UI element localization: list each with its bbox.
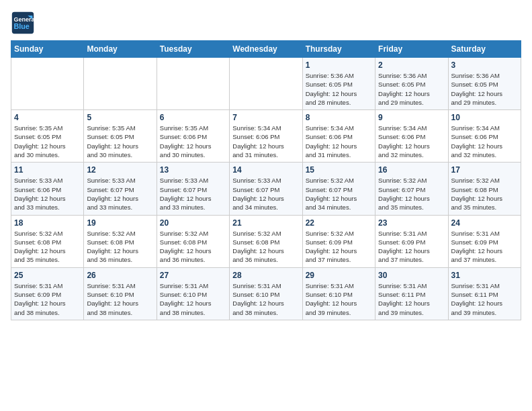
calendar-week-2: 4Sunrise: 5:35 AM Sunset: 6:05 PM Daylig… (11, 110, 521, 163)
day-number: 28 (232, 271, 299, 280)
day-info: Sunrise: 5:32 AM Sunset: 6:07 PM Dayligh… (306, 176, 372, 212)
calendar-cell: 26Sunrise: 5:31 AM Sunset: 6:10 PM Dayli… (84, 267, 157, 320)
day-info: Sunrise: 5:32 AM Sunset: 6:08 PM Dayligh… (14, 229, 81, 265)
calendar-cell: 8Sunrise: 5:34 AM Sunset: 6:06 PM Daylig… (302, 110, 375, 163)
day-number: 18 (14, 218, 81, 228)
day-number: 2 (378, 60, 445, 70)
day-number: 27 (160, 271, 226, 280)
day-info: Sunrise: 5:36 AM Sunset: 6:05 PM Dayligh… (306, 71, 372, 107)
day-number: 24 (451, 218, 518, 228)
calendar-cell: 30Sunrise: 5:31 AM Sunset: 6:11 PM Dayli… (375, 267, 448, 320)
day-number: 21 (232, 218, 299, 228)
calendar-cell: 16Sunrise: 5:32 AM Sunset: 6:07 PM Dayli… (375, 163, 448, 215)
calendar-week-4: 18Sunrise: 5:32 AM Sunset: 6:08 PM Dayli… (11, 215, 521, 267)
day-info: Sunrise: 5:31 AM Sunset: 6:09 PM Dayligh… (451, 229, 518, 265)
calendar-cell: 27Sunrise: 5:31 AM Sunset: 6:10 PM Dayli… (157, 267, 229, 320)
calendar-cell: 18Sunrise: 5:32 AM Sunset: 6:08 PM Dayli… (11, 215, 84, 267)
day-number: 22 (306, 218, 372, 228)
calendar-cell: 1Sunrise: 5:36 AM Sunset: 6:05 PM Daylig… (302, 58, 375, 110)
day-info: Sunrise: 5:31 AM Sunset: 6:09 PM Dayligh… (378, 229, 445, 265)
calendar-cell: 21Sunrise: 5:32 AM Sunset: 6:08 PM Dayli… (230, 215, 302, 267)
day-info: Sunrise: 5:33 AM Sunset: 6:07 PM Dayligh… (160, 176, 226, 212)
day-info: Sunrise: 5:35 AM Sunset: 6:05 PM Dayligh… (14, 124, 81, 159)
day-number: 6 (160, 113, 226, 122)
day-info: Sunrise: 5:35 AM Sunset: 6:06 PM Dayligh… (160, 124, 226, 159)
day-info: Sunrise: 5:31 AM Sunset: 6:11 PM Dayligh… (378, 281, 445, 317)
calendar-cell: 12Sunrise: 5:33 AM Sunset: 6:07 PM Dayli… (84, 163, 157, 215)
calendar-cell: 25Sunrise: 5:31 AM Sunset: 6:09 PM Dayli… (11, 267, 84, 320)
day-info: Sunrise: 5:34 AM Sunset: 6:06 PM Dayligh… (232, 124, 299, 159)
calendar-cell: 11Sunrise: 5:33 AM Sunset: 6:06 PM Dayli… (11, 163, 84, 215)
day-info: Sunrise: 5:32 AM Sunset: 6:08 PM Dayligh… (160, 229, 226, 265)
weekday-header-saturday: Saturday (448, 41, 521, 58)
day-info: Sunrise: 5:32 AM Sunset: 6:08 PM Dayligh… (451, 176, 518, 212)
calendar-week-1: 1Sunrise: 5:36 AM Sunset: 6:05 PM Daylig… (11, 58, 521, 110)
day-info: Sunrise: 5:31 AM Sunset: 6:09 PM Dayligh… (14, 281, 81, 317)
calendar-cell: 23Sunrise: 5:31 AM Sunset: 6:09 PM Dayli… (375, 215, 448, 267)
day-number: 8 (306, 113, 372, 122)
day-number: 1 (306, 60, 372, 70)
day-info: Sunrise: 5:32 AM Sunset: 6:08 PM Dayligh… (232, 229, 299, 265)
weekday-header-thursday: Thursday (302, 41, 375, 58)
calendar-cell: 15Sunrise: 5:32 AM Sunset: 6:07 PM Dayli… (302, 163, 375, 215)
day-number: 20 (160, 218, 226, 228)
day-number: 7 (232, 113, 299, 122)
weekday-header-tuesday: Tuesday (157, 41, 229, 58)
calendar-cell (11, 58, 84, 110)
calendar-week-5: 25Sunrise: 5:31 AM Sunset: 6:09 PM Dayli… (11, 267, 521, 320)
calendar-cell (84, 58, 157, 110)
logo-icon: General Blue (11, 11, 35, 35)
logo: General Blue (11, 11, 38, 35)
day-number: 14 (232, 165, 299, 175)
calendar-table: SundayMondayTuesdayWednesdayThursdayFrid… (11, 40, 521, 320)
day-number: 15 (306, 165, 372, 175)
day-number: 26 (87, 271, 153, 280)
calendar-cell: 7Sunrise: 5:34 AM Sunset: 6:06 PM Daylig… (230, 110, 302, 163)
day-number: 12 (87, 165, 153, 175)
calendar-cell: 14Sunrise: 5:33 AM Sunset: 6:07 PM Dayli… (230, 163, 302, 215)
day-number: 23 (378, 218, 445, 228)
day-info: Sunrise: 5:34 AM Sunset: 6:06 PM Dayligh… (378, 124, 445, 159)
weekday-header-wednesday: Wednesday (230, 41, 302, 58)
day-number: 13 (160, 165, 226, 175)
day-number: 25 (14, 271, 81, 280)
day-info: Sunrise: 5:32 AM Sunset: 6:09 PM Dayligh… (306, 229, 372, 265)
calendar-cell: 19Sunrise: 5:32 AM Sunset: 6:08 PM Dayli… (84, 215, 157, 267)
day-info: Sunrise: 5:31 AM Sunset: 6:10 PM Dayligh… (306, 281, 372, 317)
calendar-cell: 5Sunrise: 5:35 AM Sunset: 6:05 PM Daylig… (84, 110, 157, 163)
day-number: 5 (87, 113, 153, 122)
page-header: General Blue (11, 11, 521, 35)
calendar-cell: 29Sunrise: 5:31 AM Sunset: 6:10 PM Dayli… (302, 267, 375, 320)
day-info: Sunrise: 5:33 AM Sunset: 6:07 PM Dayligh… (87, 176, 153, 212)
day-info: Sunrise: 5:32 AM Sunset: 6:07 PM Dayligh… (378, 176, 445, 212)
calendar-cell (157, 58, 229, 110)
svg-text:Blue: Blue (14, 22, 30, 30)
day-number: 31 (451, 271, 518, 280)
calendar-cell: 3Sunrise: 5:36 AM Sunset: 6:05 PM Daylig… (448, 58, 521, 110)
day-info: Sunrise: 5:35 AM Sunset: 6:05 PM Dayligh… (87, 124, 153, 159)
calendar-cell: 31Sunrise: 5:31 AM Sunset: 6:11 PM Dayli… (448, 267, 521, 320)
day-number: 29 (306, 271, 372, 280)
weekday-header-sunday: Sunday (11, 41, 84, 58)
day-info: Sunrise: 5:31 AM Sunset: 6:10 PM Dayligh… (232, 281, 299, 317)
day-number: 11 (14, 165, 81, 175)
day-number: 9 (378, 113, 445, 122)
calendar-cell: 6Sunrise: 5:35 AM Sunset: 6:06 PM Daylig… (157, 110, 229, 163)
day-info: Sunrise: 5:31 AM Sunset: 6:11 PM Dayligh… (451, 281, 518, 317)
calendar-cell: 10Sunrise: 5:34 AM Sunset: 6:06 PM Dayli… (448, 110, 521, 163)
day-number: 30 (378, 271, 445, 280)
day-number: 3 (451, 60, 518, 70)
day-number: 4 (14, 113, 81, 122)
weekday-header-friday: Friday (375, 41, 448, 58)
calendar-cell: 4Sunrise: 5:35 AM Sunset: 6:05 PM Daylig… (11, 110, 84, 163)
calendar-week-3: 11Sunrise: 5:33 AM Sunset: 6:06 PM Dayli… (11, 163, 521, 215)
day-number: 10 (451, 113, 518, 122)
calendar-cell: 17Sunrise: 5:32 AM Sunset: 6:08 PM Dayli… (448, 163, 521, 215)
calendar-cell (230, 58, 302, 110)
calendar-cell: 2Sunrise: 5:36 AM Sunset: 6:05 PM Daylig… (375, 58, 448, 110)
day-info: Sunrise: 5:31 AM Sunset: 6:10 PM Dayligh… (87, 281, 153, 317)
calendar-header: SundayMondayTuesdayWednesdayThursdayFrid… (11, 41, 521, 58)
day-number: 19 (87, 218, 153, 228)
calendar-cell: 28Sunrise: 5:31 AM Sunset: 6:10 PM Dayli… (230, 267, 302, 320)
day-info: Sunrise: 5:34 AM Sunset: 6:06 PM Dayligh… (451, 124, 518, 159)
